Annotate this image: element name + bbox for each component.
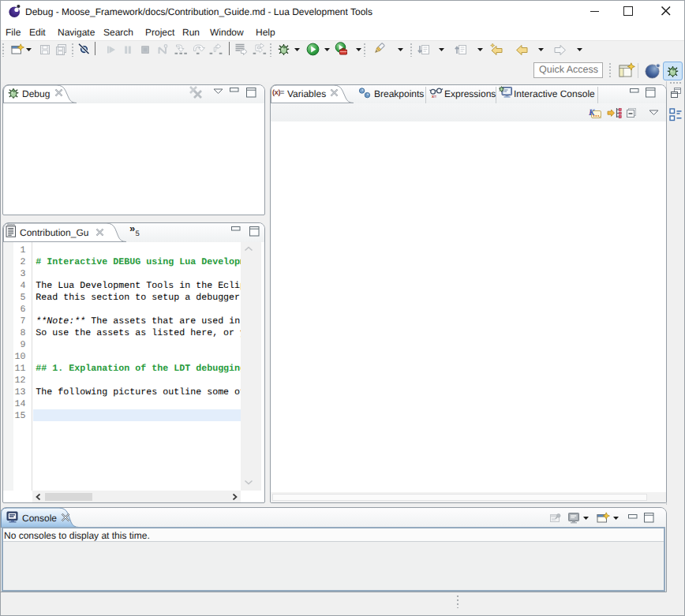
- svg-text:x=: x=: [432, 95, 436, 99]
